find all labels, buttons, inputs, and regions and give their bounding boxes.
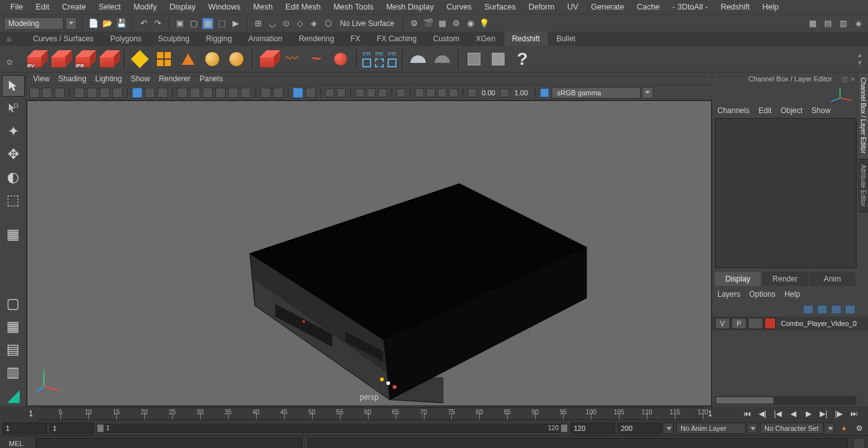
new-scene-icon[interactable]: 📄 xyxy=(88,18,99,29)
layout-two-icon[interactable]: ▤ xyxy=(2,339,25,360)
shelf-curve-icon[interactable]: ~ xyxy=(306,49,327,69)
xray-components-icon[interactable] xyxy=(306,88,316,98)
menu-surfaces[interactable]: Surfaces xyxy=(478,0,522,14)
snap-live-icon[interactable]: ◈ xyxy=(308,18,320,29)
menu-edit-mesh[interactable]: Edit Mesh xyxy=(279,0,327,14)
toggle-channelbox-icon[interactable]: ▦ xyxy=(807,18,818,29)
move-tool-icon[interactable]: ✥ xyxy=(2,144,25,165)
layer-display-type[interactable] xyxy=(748,318,763,329)
cb-menu-channels[interactable]: Channels xyxy=(717,106,750,115)
range-end-field[interactable]: 200 xyxy=(618,423,662,434)
exposure-icon[interactable] xyxy=(468,88,477,97)
cb-menu-edit[interactable]: Edit xyxy=(759,106,772,115)
time-slider-track[interactable]: 5101520253035404550556065707580859095100… xyxy=(38,407,703,420)
layers-menu[interactable]: Layers xyxy=(717,290,740,299)
autokey-icon[interactable]: ● xyxy=(837,423,850,434)
construction-history-icon[interactable]: ⚙ xyxy=(409,18,420,29)
character-set-dropdown[interactable]: No Character Set xyxy=(760,423,824,434)
snap-plane-icon[interactable]: ◇ xyxy=(294,18,306,29)
menu-windows[interactable]: Windows xyxy=(202,0,247,14)
pt-i-icon[interactable] xyxy=(438,88,447,97)
layer-row[interactable]: V P Combo_Player_Video_0 xyxy=(712,316,868,330)
menu-modify[interactable]: Modify xyxy=(127,0,163,14)
playback-start-field[interactable]: 1 xyxy=(50,423,94,434)
shelf-grid-icon[interactable] xyxy=(154,49,174,69)
select-handle-icon[interactable]: ⬚ xyxy=(216,18,227,29)
shelf-scroll-icon[interactable]: ▲▼ xyxy=(857,52,863,66)
charset-dd-arrow[interactable] xyxy=(826,423,835,434)
shelf-tab-animation[interactable]: Animation xyxy=(241,32,290,46)
shelf-wave-icon[interactable]: 〰 xyxy=(282,49,302,69)
render-icon[interactable]: 🎬 xyxy=(423,18,434,29)
scale-tool-icon[interactable]: ⬚ xyxy=(2,189,25,211)
range-handle-right[interactable] xyxy=(561,424,567,432)
save-scene-icon[interactable]: 💾 xyxy=(116,18,127,29)
shelf-tab-rigging[interactable]: Rigging xyxy=(198,32,240,46)
range-slider-track[interactable]: 1 120 xyxy=(97,424,568,433)
shelf-log-icon[interactable] xyxy=(488,49,508,69)
layer-new-empty-icon[interactable] xyxy=(831,305,841,314)
shelf-plane-icon[interactable] xyxy=(130,49,150,69)
layer-move-up-icon[interactable] xyxy=(803,305,813,314)
layer-new-selected-icon[interactable] xyxy=(845,305,855,314)
grid-toggle-icon[interactable] xyxy=(132,88,142,98)
shelf-tab-fx[interactable]: FX xyxy=(343,32,368,46)
snap-point-icon[interactable]: ⊙ xyxy=(280,18,292,29)
redo-icon[interactable]: ↷ xyxy=(152,18,163,29)
panel-menu-view[interactable]: View xyxy=(33,74,50,83)
shadows-icon[interactable] xyxy=(203,88,213,98)
render-settings-icon[interactable]: ⚙ xyxy=(451,18,462,29)
image-plane-icon[interactable] xyxy=(74,88,85,98)
camera-select-icon[interactable] xyxy=(29,88,39,98)
pt-a-icon[interactable] xyxy=(325,88,334,97)
last-tool-icon[interactable]: ▦ xyxy=(2,224,25,245)
goto-end-icon[interactable]: ⏭ xyxy=(848,408,860,419)
aa-icon[interactable] xyxy=(241,88,251,98)
shelf-torus-icon[interactable] xyxy=(202,49,222,69)
layout-four-icon[interactable]: ▦ xyxy=(2,316,25,337)
pt-c-icon[interactable] xyxy=(355,88,364,97)
range-options-icon[interactable] xyxy=(665,423,674,434)
menu-mesh-tools[interactable]: Mesh Tools xyxy=(327,0,380,14)
script-editor-icon[interactable] xyxy=(853,438,865,449)
shelf-tab-rendering[interactable]: Rendering xyxy=(291,32,341,46)
shelf-tab-polygons[interactable]: Polygons xyxy=(102,32,149,46)
mel-label[interactable]: MEL xyxy=(3,440,33,447)
shelf-tab-bullet[interactable]: Bullet xyxy=(549,32,583,46)
shelf-tab-xgen[interactable]: XGen xyxy=(468,32,503,46)
pt-g-icon[interactable] xyxy=(415,88,424,97)
smooth-shade-icon[interactable] xyxy=(158,88,168,98)
redshift-rv-icon[interactable]: RV xyxy=(25,49,46,69)
motion-blur-icon[interactable] xyxy=(228,88,238,98)
range-handle-left[interactable] xyxy=(97,424,104,432)
lights-icon[interactable] xyxy=(190,88,200,98)
layer-scrollbar[interactable] xyxy=(715,396,857,405)
layer-move-down-icon[interactable] xyxy=(817,305,827,314)
layers-help-menu[interactable]: Help xyxy=(784,290,800,299)
view-transform-dropdown-arrow[interactable] xyxy=(643,87,653,98)
bookmark-icon[interactable] xyxy=(55,88,65,98)
workspace-dropdown[interactable]: Modeling xyxy=(4,17,64,30)
shelf-script-icon[interactable] xyxy=(464,49,484,69)
shelf-dome2-icon[interactable] xyxy=(432,49,452,69)
isolate-icon[interactable] xyxy=(261,88,271,98)
panel-menu-lighting[interactable]: Lighting xyxy=(95,74,122,83)
menu-create[interactable]: Create xyxy=(56,0,93,14)
menu-redshift[interactable]: Redshift xyxy=(714,0,756,14)
ipr-icon[interactable]: ▦ xyxy=(437,18,448,29)
anim-layer-dropdown[interactable]: No Anim Layer xyxy=(676,423,746,434)
play-forward-icon[interactable]: ▶ xyxy=(802,408,815,419)
pt-f-icon[interactable] xyxy=(397,88,405,97)
menu-file[interactable]: File xyxy=(4,0,29,14)
snap-grid-icon[interactable]: ⊞ xyxy=(252,18,264,29)
current-frame-field[interactable]: 1 xyxy=(705,409,737,418)
make-live-icon[interactable]: ⬡ xyxy=(322,18,334,29)
menu-deform[interactable]: Deform xyxy=(522,0,561,14)
paint-select-tool-icon[interactable]: ✦ xyxy=(2,121,25,142)
menu-cache[interactable]: Cache xyxy=(630,0,666,14)
toggle-tool-settings-icon[interactable]: ▥ xyxy=(837,18,849,29)
pt-h-icon[interactable] xyxy=(426,88,435,97)
redshift-settings-icon[interactable] xyxy=(98,49,118,69)
arrow-right-icon[interactable]: ▶ xyxy=(230,18,241,29)
time-slider[interactable]: 1 51015202530354045505560657075808590951… xyxy=(0,406,868,421)
